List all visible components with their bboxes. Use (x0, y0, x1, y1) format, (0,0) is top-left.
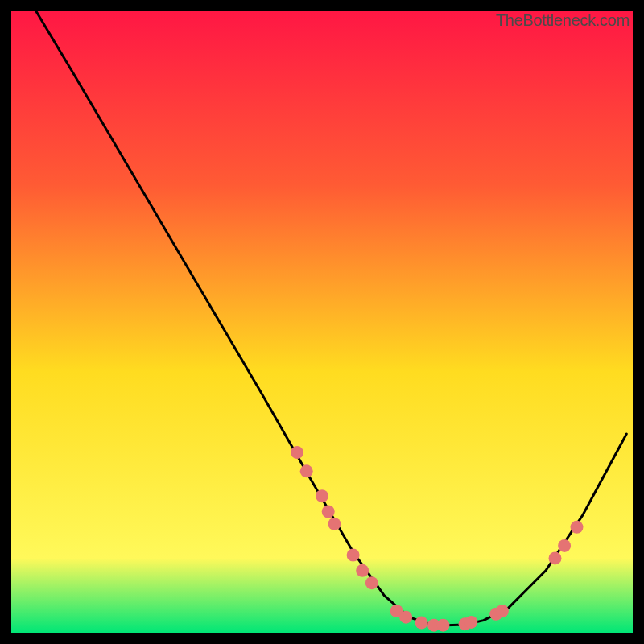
data-point (322, 506, 335, 518)
gradient-background (11, 11, 633, 633)
data-point (558, 539, 571, 552)
watermark-text: TheBottleneck.com (496, 11, 630, 30)
data-point (365, 576, 378, 589)
data-point (347, 549, 360, 562)
data-point (316, 489, 328, 502)
data-point (464, 616, 477, 629)
data-point (437, 619, 450, 632)
data-point (291, 446, 303, 459)
data-point (399, 611, 412, 624)
chart-frame: TheBottleneck.com (11, 11, 633, 633)
data-point (356, 564, 369, 577)
data-point (549, 551, 562, 564)
plot-svg (11, 11, 633, 633)
data-point (300, 464, 313, 477)
data-point (571, 521, 584, 534)
data-point (496, 605, 509, 617)
data-point (328, 518, 341, 530)
data-point (415, 617, 428, 630)
